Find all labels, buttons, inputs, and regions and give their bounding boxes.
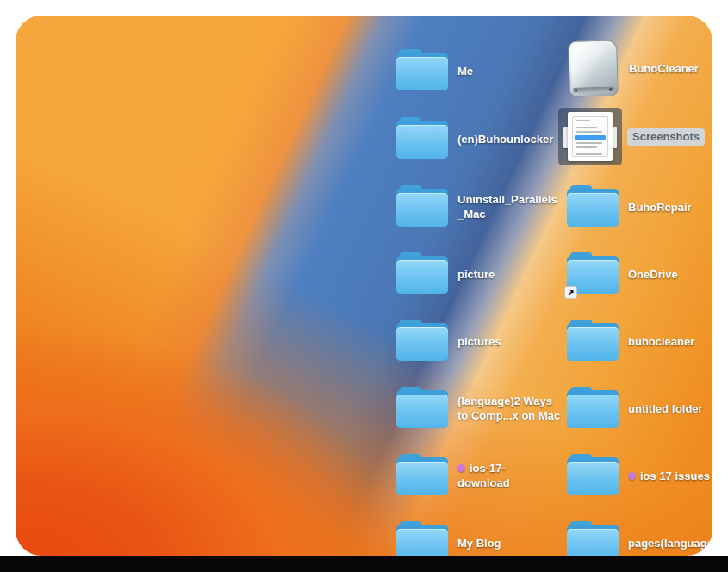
folder-icon <box>567 521 619 556</box>
purple-tag-dot <box>457 464 465 472</box>
desktop-item-buhocleaner-folder[interactable]: buhocleaner <box>567 320 694 363</box>
desktop-item-buhocleaner-disk[interactable]: BuhoCleaner <box>568 40 699 96</box>
folder-icon <box>567 185 619 228</box>
item-label: ios-17- download <box>457 461 510 490</box>
desktop-item-ios-17-issues[interactable]: ios 17 issues <box>567 454 710 497</box>
item-label: BuhoRepair <box>628 200 692 214</box>
item-label: picture <box>457 267 495 282</box>
item-label: pages(language) <box>628 536 712 550</box>
selection-highlight <box>558 108 622 165</box>
highlighted-menu-row <box>575 135 606 140</box>
desktop-item-uninstall-parallels-mac[interactable]: Uninstall_Parallels _Mac <box>396 185 557 228</box>
item-label: untitled folder <box>628 401 703 416</box>
desktop-item-picture[interactable]: picture <box>396 252 495 295</box>
item-label: (language)2 Ways to Comp...x on Mac <box>457 394 560 423</box>
desktop-item-onedrive[interactable]: ↗ OneDrive <box>567 252 678 295</box>
desktop-item-untitled-folder[interactable]: untitled folder <box>567 387 703 430</box>
folder-icon <box>396 185 448 228</box>
folder-icon <box>567 387 619 430</box>
item-label-selected: Screenshots <box>627 128 705 146</box>
item-label: OneDrive <box>628 267 678 282</box>
folder-icon <box>396 387 448 430</box>
item-label: My Blog <box>457 536 501 550</box>
bottom-black-bar <box>0 556 728 572</box>
folder-icon <box>396 454 448 497</box>
desktop-item-pages-language[interactable]: pages(language) <box>567 521 712 556</box>
item-label: buhocleaner <box>628 334 694 349</box>
desktop-wallpaper: Me (en)Buhounlocker Uninstall_Parallels … <box>16 16 712 556</box>
folder-icon <box>396 521 448 556</box>
alias-arrow-badge: ↗ <box>564 286 577 299</box>
folder-icon <box>396 49 448 92</box>
item-label: Uninstall_Parallels _Mac <box>457 192 557 221</box>
item-label: ios 17 issues <box>628 469 710 483</box>
desktop-item-language-2-ways[interactable]: (language)2 Ways to Comp...x on Mac <box>396 387 560 430</box>
external-drive-icon <box>568 40 619 96</box>
item-label: (en)Buhounlocker <box>457 132 553 146</box>
screenshot-canvas: Me (en)Buhounlocker Uninstall_Parallels … <box>0 0 728 572</box>
desktop-item-en-buhounlocker[interactable]: (en)Buhounlocker <box>396 117 553 160</box>
desktop-item-my-blog[interactable]: My Blog <box>396 521 501 556</box>
folder-icon <box>567 454 619 497</box>
folder-icon <box>396 117 448 160</box>
item-label: BuhoCleaner <box>629 61 699 76</box>
desktop-item-buhorepair[interactable]: BuhoRepair <box>567 185 692 228</box>
desktop-item-screenshots[interactable]: Screenshots <box>558 108 705 165</box>
desktop-item-pictures[interactable]: pictures <box>396 320 501 363</box>
item-label: pictures <box>457 334 501 349</box>
mini-context-menu-thumbnail <box>572 116 608 157</box>
desktop-item-me[interactable]: Me <box>396 49 473 92</box>
purple-tag-dot <box>628 472 636 480</box>
screenshots-stack-icon <box>563 112 617 161</box>
folder-icon <box>396 320 448 363</box>
folder-icon <box>396 252 448 295</box>
item-label: Me <box>457 64 473 78</box>
desktop-item-ios-17-download[interactable]: ios-17- download <box>396 454 510 497</box>
folder-icon <box>567 320 619 363</box>
